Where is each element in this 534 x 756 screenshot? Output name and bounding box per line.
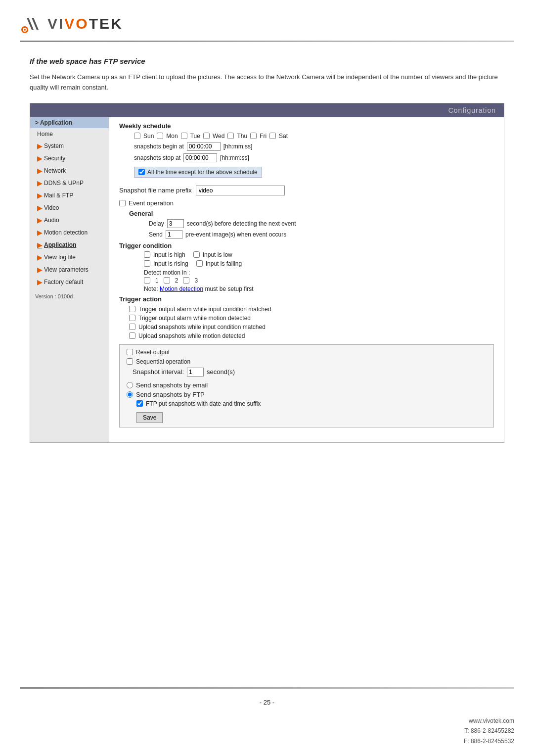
sidebar-item-label: Audio xyxy=(44,217,59,224)
checkbox-input-falling[interactable] xyxy=(196,260,203,267)
checkbox-reset-output[interactable] xyxy=(127,349,133,355)
sidebar-item-viewparams[interactable]: ▶ View parameters xyxy=(30,264,109,276)
checkbox-sun[interactable] xyxy=(134,133,140,139)
checkbox-fri[interactable] xyxy=(250,133,257,139)
ftp-date-time-row: FTP put snapshots with date and time suf… xyxy=(136,400,487,407)
sidebar-app-label: > Application xyxy=(30,117,109,128)
all-time-label: All the time except for the above schedu… xyxy=(147,169,258,176)
bullet-icon: ▶ xyxy=(37,204,42,212)
send-row: Send pre-event image(s) when event occur… xyxy=(119,230,494,239)
trigger-action-label-1: Trigger output alarm while motion detect… xyxy=(138,315,251,322)
checkbox-event-operation[interactable] xyxy=(119,200,126,206)
snapshots-begin-unit: [hh:mm:ss] xyxy=(223,143,253,150)
sidebar-item-label: Factory default xyxy=(44,279,83,285)
day-checkboxes-row: Sun Mon Tue Wed Thu Fri Sat xyxy=(119,133,494,140)
detect-2-label: 2 xyxy=(175,277,178,284)
sidebar-item-mail-ftp[interactable]: ▶ Mail & FTP xyxy=(30,189,109,202)
detect-motion-label: Detect motion in : xyxy=(124,269,494,276)
sidebar-item-home[interactable]: Home xyxy=(30,128,109,140)
sidebar-item-ddns[interactable]: ▶ DDNS & UPnP xyxy=(30,177,109,189)
sequential-operation-label: Sequential operation xyxy=(136,358,190,365)
sidebar-item-label: DDNS & UPnP xyxy=(44,180,84,187)
detect-1-label: 1 xyxy=(155,277,159,284)
logo-text: VIVOTEK xyxy=(47,15,123,32)
checkbox-upload-input[interactable] xyxy=(129,324,135,330)
sidebar-item-label: View parameters xyxy=(44,266,89,273)
snapshots-stop-input[interactable] xyxy=(183,153,217,162)
checkbox-upload-motion[interactable] xyxy=(129,332,135,339)
motion-detection-link[interactable]: Motion detection xyxy=(160,285,203,292)
sidebar-item-application[interactable]: ▶ Application xyxy=(30,239,109,251)
delay-unit: second(s) before detecting the next even… xyxy=(187,220,296,227)
sidebar-item-label: Security xyxy=(44,155,65,162)
config-header-label: Configuration xyxy=(30,103,504,117)
sidebar: > Application Home ▶ System ▶ Security ▶ xyxy=(30,117,109,442)
section-description: Set the Network Camera up as an FTP clie… xyxy=(30,72,504,93)
sidebar-item-network[interactable]: ▶ Network xyxy=(30,165,109,177)
sidebar-item-system[interactable]: ▶ System xyxy=(30,140,109,152)
snapshot-interval-unit: second(s) xyxy=(207,368,235,376)
radio-send-email[interactable] xyxy=(127,382,133,388)
checkbox-all-time[interactable] xyxy=(138,169,145,175)
snapshot-interval-input[interactable] xyxy=(187,368,204,377)
checkbox-detect-2[interactable] xyxy=(164,277,170,284)
checkbox-input-rising[interactable] xyxy=(144,260,150,267)
sidebar-item-motion[interactable]: ▶ Motion detection xyxy=(30,227,109,239)
checkbox-mon[interactable] xyxy=(157,133,163,139)
checkbox-detect-1[interactable] xyxy=(144,277,150,284)
trigger-action-label-2: Upload snapshots while input condition m… xyxy=(138,324,266,331)
snapshots-begin-input[interactable] xyxy=(187,142,221,151)
sidebar-item-audio[interactable]: ▶ Audio xyxy=(30,214,109,227)
send-input[interactable] xyxy=(166,230,182,239)
sidebar-item-viewlog[interactable]: ▶ View log file xyxy=(30,251,109,264)
sidebar-item-security[interactable]: ▶ Security xyxy=(30,152,109,165)
bullet-icon: ▶ xyxy=(37,266,42,274)
trigger-action-item-3: Upload snapshots while motion detected xyxy=(119,332,494,339)
bullet-icon: ▶ xyxy=(37,155,42,162)
bullet-icon: ▶ xyxy=(37,192,42,199)
snapshot-prefix-input[interactable] xyxy=(196,186,285,195)
sidebar-item-label: Video xyxy=(44,204,59,211)
bottom-box: Reset output Sequential operation Snapsh… xyxy=(119,344,494,427)
footer-fax: F: 886-2-82455532 xyxy=(464,736,514,746)
send-options: Send snapshots by email Send snapshots b… xyxy=(127,381,487,423)
input-low-label: Input is low xyxy=(203,251,232,258)
sidebar-item-factorydefault[interactable]: ▶ Factory default xyxy=(30,276,109,288)
bullet-icon: ▶ xyxy=(37,241,42,249)
save-button[interactable]: Save xyxy=(136,412,163,423)
weekly-schedule-label: Weekly schedule xyxy=(119,122,494,130)
input-rising-label: Input is rising xyxy=(153,260,188,267)
bullet-icon: ▶ xyxy=(37,279,42,286)
delay-input[interactable] xyxy=(167,219,184,228)
trigger-action-item-0: Trigger output alarm while input conditi… xyxy=(119,306,494,313)
reset-output-row: Reset output xyxy=(127,349,487,356)
all-time-row: All the time except for the above schedu… xyxy=(134,167,262,178)
bullet-icon: ▶ xyxy=(37,229,42,236)
checkbox-trigger-alarm-motion[interactable] xyxy=(129,315,135,321)
checkbox-input-high[interactable] xyxy=(144,251,150,258)
checkbox-tue[interactable] xyxy=(181,133,187,139)
general-label: General xyxy=(119,210,494,217)
checkbox-ftp-date-time[interactable] xyxy=(136,400,143,407)
sidebar-item-label: Home xyxy=(37,131,53,138)
note-rest: must be setup first xyxy=(205,285,253,292)
send-label: Send xyxy=(149,231,163,238)
snapshots-stop-unit: [hh:mm:ss] xyxy=(220,154,249,161)
checkbox-thu[interactable] xyxy=(227,133,234,139)
checkbox-wed[interactable] xyxy=(203,133,210,139)
snapshot-prefix-row: Snapshot file name prefix xyxy=(119,186,494,195)
radio-send-ftp[interactable] xyxy=(127,391,133,398)
checkbox-sequential-operation[interactable] xyxy=(127,358,133,365)
sidebar-item-video[interactable]: ▶ Video xyxy=(30,202,109,214)
label-sat: Sat xyxy=(279,133,288,140)
bullet-icon: ▶ xyxy=(37,180,42,187)
label-fri: Fri xyxy=(260,133,267,140)
checkbox-sat[interactable] xyxy=(269,133,276,139)
label-wed: Wed xyxy=(213,133,224,140)
checkbox-trigger-alarm-input[interactable] xyxy=(129,306,135,312)
checkbox-input-low[interactable] xyxy=(193,251,200,258)
trigger-actions: Trigger output alarm while input conditi… xyxy=(119,306,494,339)
bullet-icon: ▶ xyxy=(37,142,42,150)
snapshots-begin-row: snapshots begin at [hh:mm:ss] xyxy=(119,142,494,151)
checkbox-detect-3[interactable] xyxy=(183,277,189,284)
